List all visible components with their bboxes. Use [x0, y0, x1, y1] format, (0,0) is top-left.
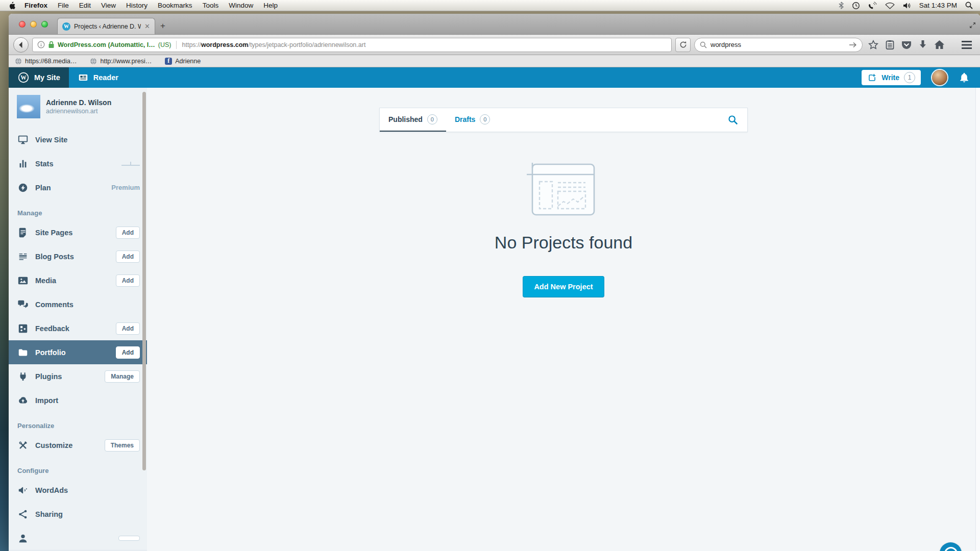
notifications-bell-icon[interactable]: [959, 72, 970, 83]
bookmark-item[interactable]: https://68.media…: [15, 58, 77, 65]
menubar-item-help[interactable]: Help: [258, 2, 283, 9]
menubar-item-tools[interactable]: Tools: [198, 2, 224, 9]
page-info-icon[interactable]: [37, 41, 45, 48]
write-button[interactable]: Write 1: [862, 70, 921, 85]
write-icon: [867, 73, 877, 83]
stats-icon: [17, 158, 29, 169]
sidebar-item-media[interactable]: Media Add: [9, 268, 147, 292]
spotlight-icon[interactable]: [965, 2, 973, 9]
empty-state: No Projects found Add New Project: [495, 132, 632, 297]
masthead-reader[interactable]: Reader: [69, 67, 127, 88]
pages-icon: [17, 227, 29, 238]
site-icon: [17, 95, 40, 118]
sidebar-item-partial[interactable]: [9, 526, 147, 550]
wordpress-favicon: W: [62, 22, 70, 31]
menu-icon[interactable]: [961, 40, 972, 49]
user-avatar[interactable]: [932, 70, 947, 85]
menubar-item-window[interactable]: Window: [224, 2, 258, 9]
menubar-item-firefox[interactable]: Firefox: [19, 2, 53, 9]
add-feedback-button[interactable]: Add: [116, 322, 140, 335]
pocket-icon[interactable]: [901, 40, 912, 50]
sidebar-item-feedback[interactable]: Feedback Add: [9, 316, 147, 340]
sidebar-menu: View Site Stats Plan Premium Manage: [9, 126, 147, 550]
reload-button[interactable]: [675, 38, 691, 52]
plan-badge: Premium: [111, 184, 140, 191]
site-domain: adriennewilson.art: [46, 108, 111, 115]
fullscreen-icon[interactable]: [969, 21, 976, 31]
bookmark-item-facebook[interactable]: f Adrienne: [165, 58, 201, 65]
sidebar-item-plugins[interactable]: Plugins Manage: [9, 364, 147, 388]
apple-menu[interactable]: [7, 2, 19, 10]
bookmark-star-icon[interactable]: [868, 40, 878, 50]
volume-icon[interactable]: [903, 2, 911, 9]
divider: [176, 41, 177, 49]
sidebar-item-view-site[interactable]: View Site: [9, 128, 147, 152]
minimize-window-button[interactable]: [30, 21, 37, 28]
url-text[interactable]: https://wordpress.com/types/jetpack-port…: [182, 41, 365, 48]
sidebar-item-stats[interactable]: Stats: [9, 152, 147, 176]
tab-published[interactable]: Published 0: [380, 108, 446, 132]
megaphone-icon: [17, 485, 29, 496]
reader-icon: [78, 72, 89, 83]
search-bar[interactable]: wordpress: [694, 38, 863, 52]
add-post-button[interactable]: Add: [116, 251, 140, 263]
site-identity-region: (US): [158, 41, 172, 48]
tab-drafts[interactable]: Drafts 0: [446, 108, 499, 132]
section-header-manage: Manage: [9, 199, 147, 220]
add-new-project-button[interactable]: Add New Project: [523, 276, 604, 297]
sidebar-item-blog-posts[interactable]: Blog Posts Add: [9, 244, 147, 268]
add-project-button[interactable]: Add: [116, 346, 140, 359]
search-go-icon[interactable]: [849, 42, 857, 48]
menubar-item-view[interactable]: View: [96, 2, 121, 9]
page-viewport: W My Site Reader Write 1: [9, 67, 980, 551]
menubar-item-history[interactable]: History: [121, 2, 153, 9]
question-mark-icon: ?: [944, 547, 958, 551]
manage-plugins-button[interactable]: Manage: [105, 370, 140, 383]
person-icon: [17, 533, 29, 544]
menubar-clock[interactable]: Sat 1:43 PM: [919, 2, 957, 9]
phone-icon[interactable]: [868, 2, 877, 10]
firefox-window: W Projects ‹ Adrienne D. Wils… ✕ + WordP…: [9, 14, 980, 551]
sidebar-item-wordads[interactable]: WordAds: [9, 478, 147, 502]
drafts-count-badge: 0: [480, 114, 490, 124]
back-button[interactable]: [13, 37, 29, 53]
sidebar-item-site-pages[interactable]: Site Pages Add: [9, 220, 147, 244]
customize-tools-icon: [17, 440, 29, 451]
bluetooth-icon[interactable]: [839, 2, 844, 9]
sidebar-item-sharing[interactable]: Sharing: [9, 502, 147, 526]
masthead-my-site[interactable]: W My Site: [9, 67, 69, 88]
url-bar[interactable]: WordPress.com (Automattic, I… (US) https…: [32, 38, 672, 52]
browser-tab[interactable]: W Projects ‹ Adrienne D. Wils… ✕: [57, 18, 155, 34]
tab-close-icon[interactable]: ✕: [144, 22, 150, 30]
time-machine-icon[interactable]: [852, 2, 860, 10]
close-window-button[interactable]: [19, 21, 26, 28]
search-projects-button[interactable]: [727, 108, 747, 132]
bookmark-item[interactable]: http://www.presi…: [90, 58, 152, 65]
sidebar-item-portfolio[interactable]: Portfolio Add: [9, 340, 147, 364]
wifi-icon[interactable]: [885, 2, 895, 9]
download-icon[interactable]: [918, 40, 927, 50]
themes-button[interactable]: Themes: [105, 439, 140, 452]
search-query[interactable]: wordpress: [710, 41, 845, 48]
site-profile[interactable]: Adrienne D. Wilson adriennewilson.art: [9, 88, 147, 126]
sidebar: Adrienne D. Wilson adriennewilson.art Vi…: [9, 88, 147, 551]
zoom-window-button[interactable]: [41, 21, 48, 28]
new-tab-button[interactable]: +: [155, 18, 170, 34]
home-icon[interactable]: [934, 40, 945, 49]
page-scrollbar[interactable]: [975, 88, 980, 551]
menubar-item-edit[interactable]: Edit: [74, 2, 96, 9]
sidebar-item-customize[interactable]: Customize Themes: [9, 433, 147, 457]
sidebar-item-import[interactable]: Import: [9, 388, 147, 412]
menubar-item-bookmarks[interactable]: Bookmarks: [153, 2, 198, 9]
main-content: Published 0 Drafts 0: [147, 88, 980, 551]
menubar-item-file[interactable]: File: [53, 2, 74, 9]
sidebar-scrollbar[interactable]: [142, 92, 146, 470]
add-pages-button[interactable]: Add: [116, 227, 140, 239]
sidebar-item-comments[interactable]: Comments: [9, 292, 147, 316]
bookmarks-menu-icon[interactable]: [885, 40, 895, 50]
sidebar-item-plan[interactable]: Plan Premium: [9, 176, 147, 199]
add-media-button[interactable]: Add: [116, 274, 140, 287]
site-identity-label[interactable]: WordPress.com (Automattic, I…: [58, 41, 155, 48]
folder-icon: [17, 347, 29, 358]
partial-action-button[interactable]: [118, 536, 140, 541]
